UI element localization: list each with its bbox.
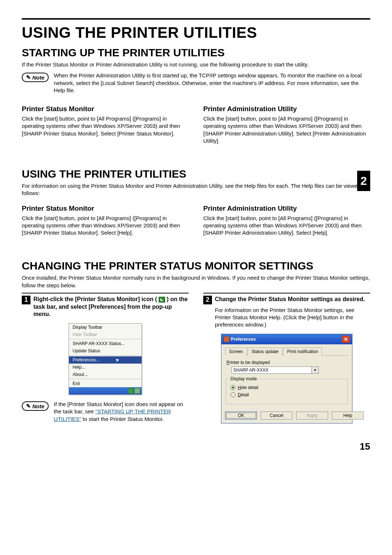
menu-help[interactable]: Help... [69, 364, 142, 371]
chapter-tab: 2 [357, 171, 370, 191]
step1-title: Right-click the [Printer Status Monitor]… [33, 296, 189, 318]
step-number-2: 2 [203, 296, 212, 304]
radio-hide-detail[interactable] [230, 385, 236, 390]
note-block-1: Note When the Printer Administration Uti… [22, 72, 370, 94]
sec2-right-heading: Printer Administration Utility [203, 204, 370, 212]
radio-detail[interactable] [230, 392, 236, 397]
tray-network-icon [128, 388, 134, 394]
taskbar [69, 387, 142, 394]
page-title: USING THE PRINTER UTILITIES [22, 24, 370, 41]
menu-about[interactable]: About... [69, 371, 142, 378]
step2-title: Change the Printer Status Monitor settin… [215, 296, 365, 303]
note-text: When the Printer Administration Utility … [54, 72, 370, 94]
top-rule [22, 18, 370, 20]
section1-intro: If the Printer Status Monitor or Printer… [22, 61, 370, 68]
display-mode-legend: Display mode [229, 376, 258, 381]
tab-status-update[interactable]: Status update [248, 348, 282, 356]
dialog-icon [224, 336, 229, 342]
tray-printer-icon[interactable] [134, 388, 140, 394]
cancel-button[interactable]: Cancel [261, 412, 293, 420]
preferences-dialog: Preferences ✕ Screen Status update Print… [221, 334, 352, 424]
sec2-right-body: Click the [start] button, point to [All … [203, 215, 370, 237]
printer-select[interactable] [232, 366, 312, 374]
sec1-left-heading: Printer Status Monitor [22, 105, 189, 113]
menu-update-status[interactable]: Update Status [69, 347, 142, 355]
note-badge: Note [22, 73, 49, 82]
tab-screen[interactable]: Screen [225, 348, 247, 356]
menu-preferences[interactable]: Preferences... ➤ [69, 356, 142, 364]
cursor-icon: ➤ [115, 357, 121, 364]
apply-button: Apply [296, 412, 328, 420]
note-badge-2: Note [22, 401, 49, 411]
sec1-left-body: Click the [start] button, point to [All … [22, 115, 189, 137]
menu-status[interactable]: SHARP AR-XXXX Status... [69, 340, 142, 347]
section1-heading: STARTING UP THE PRINTER UTILITIES [22, 46, 370, 59]
menu-hide-toolbar: Hide Toolbar [69, 331, 142, 338]
section2-intro: For information on using the Printer Sta… [22, 182, 370, 197]
sec2-left-heading: Printer Status Monitor [22, 204, 189, 212]
menu-display-toolbar[interactable]: Display Toolbar [69, 324, 142, 331]
display-mode-group: Display mode Hide detail Detail [226, 379, 348, 404]
dialog-title: Preferences [231, 337, 256, 342]
step-number-1: 1 [22, 296, 30, 304]
menu-exit[interactable]: Exit [69, 380, 142, 387]
sec2-left-body: Click the [start] button, point to [All … [22, 215, 189, 237]
context-menu: Display Toolbar Hide Toolbar SHARP AR-XX… [69, 323, 142, 395]
sec1-right-body: Click the [start] button, point to [All … [203, 115, 370, 145]
section2-heading: USING THE PRINTER UTILITIES [22, 168, 370, 180]
sec1-right-heading: Printer Administration Utility [203, 105, 370, 113]
page-number: 15 [22, 441, 370, 452]
step2-body: For information on the Printer Status Mo… [215, 307, 370, 329]
radio-detail-label: Detail [238, 392, 249, 397]
close-button[interactable]: ✕ [342, 336, 350, 343]
section3-intro: Once installed, the Printer Status Monit… [22, 274, 370, 289]
note-block-2: Note If the [Printer Status Monitor] ico… [22, 401, 189, 423]
tab-print-notification[interactable]: Print notification [283, 348, 322, 356]
section3-heading: CHANGING THE PRINTER STATUS MONITOR SETT… [22, 260, 370, 272]
radio-hide-detail-label: Hide detail [238, 385, 258, 390]
help-button[interactable]: Help [332, 412, 364, 420]
dropdown-button[interactable]: ▼ [312, 366, 319, 374]
printer-label: Printer to be displayed [226, 360, 348, 365]
note2-text: If the [Printer Status Monitor] icon doe… [54, 401, 189, 423]
ok-button[interactable]: OK [225, 412, 257, 420]
printer-status-tray-icon: ◣ [159, 297, 165, 303]
